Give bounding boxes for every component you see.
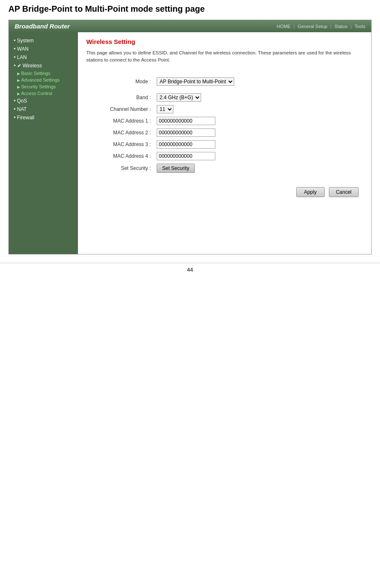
mac3-field-cell xyxy=(153,139,363,150)
sidebar-sub-basic-settings[interactable]: Basic Settings xyxy=(9,70,78,77)
set-security-field-cell: Set Security xyxy=(153,162,363,175)
mac2-label: MAC Address 2 : xyxy=(86,127,153,139)
sidebar: System WAN LAN ✔ Wireless Basic Settings… xyxy=(9,32,78,254)
sidebar-sub-advanced-settings[interactable]: Advanced Settings xyxy=(9,77,78,83)
router-nav: HOME | General Setup | Status | Tools xyxy=(277,24,365,29)
set-security-row: Set Security : Set Security xyxy=(86,162,363,175)
band-select[interactable]: 2.4 GHz (B+G) xyxy=(157,93,201,102)
nav-tools[interactable]: Tools xyxy=(354,24,365,29)
description-text: This page allows you to define ESSID, an… xyxy=(86,49,363,64)
settings-form: Mode : AP Bridge-Point to Multi-Point Ba… xyxy=(86,72,363,175)
nav-sep-1: | xyxy=(294,24,295,29)
router-frame: Broadband Router HOME | General Setup | … xyxy=(8,20,372,254)
mac4-label: MAC Address 4 : xyxy=(86,150,153,162)
channel-label: Channel Number : xyxy=(86,103,153,115)
sidebar-item-firewall[interactable]: Firewall xyxy=(9,113,78,122)
router-body: System WAN LAN ✔ Wireless Basic Settings… xyxy=(9,32,371,254)
sidebar-item-wireless[interactable]: ✔ Wireless xyxy=(9,62,78,70)
mac4-field-cell xyxy=(153,150,363,162)
set-security-button[interactable]: Set Security xyxy=(157,164,195,173)
channel-row: Channel Number : 11 xyxy=(86,103,363,115)
sidebar-item-qos[interactable]: QoS xyxy=(9,97,78,105)
mac3-label: MAC Address 3 : xyxy=(86,139,153,150)
sidebar-sub-security-settings[interactable]: Security Settings xyxy=(9,83,78,90)
nav-sep-2: | xyxy=(330,24,331,29)
section-title: Wireless Setting xyxy=(86,38,363,45)
nav-home[interactable]: HOME xyxy=(277,24,290,29)
sidebar-sub-access-control[interactable]: Access Control xyxy=(9,90,78,97)
mac2-field-cell xyxy=(153,127,363,139)
page-title: AP Bridge-Point to Multi-Point mode sett… xyxy=(0,0,380,16)
button-row: Apply Cancel xyxy=(86,187,363,197)
mac1-label: MAC Address 1 : xyxy=(86,115,153,127)
mode-row: Mode : AP Bridge-Point to Multi-Point xyxy=(86,76,363,87)
channel-field-cell: 11 xyxy=(153,103,363,115)
mac4-row: MAC Address 4 : xyxy=(86,150,363,162)
router-brand: Broadband Router xyxy=(15,23,70,30)
mac1-field-cell xyxy=(153,115,363,127)
sidebar-item-system[interactable]: System xyxy=(9,36,78,45)
mac2-input[interactable] xyxy=(157,128,215,137)
mac4-input[interactable] xyxy=(157,152,215,160)
mac3-row: MAC Address 3 : xyxy=(86,139,363,150)
mode-field-cell: AP Bridge-Point to Multi-Point xyxy=(153,76,363,87)
nav-sep-3: | xyxy=(351,24,352,29)
band-row: Band : 2.4 GHz (B+G) xyxy=(86,92,363,103)
page-number: 44 xyxy=(0,263,380,276)
mac1-input[interactable] xyxy=(157,117,215,125)
sidebar-item-lan[interactable]: LAN xyxy=(9,53,78,62)
mode-select[interactable]: AP Bridge-Point to Multi-Point xyxy=(157,77,234,86)
band-label: Band : xyxy=(86,92,153,103)
band-field-cell: 2.4 GHz (B+G) xyxy=(153,92,363,103)
channel-select[interactable]: 11 xyxy=(157,105,173,113)
nav-status[interactable]: Status xyxy=(334,24,347,29)
router-header: Broadband Router HOME | General Setup | … xyxy=(9,20,371,32)
nav-general-setup[interactable]: General Setup xyxy=(297,24,327,29)
cancel-button[interactable]: Cancel xyxy=(329,187,359,197)
mac3-input[interactable] xyxy=(157,140,215,149)
sidebar-item-wan[interactable]: WAN xyxy=(9,45,78,53)
apply-button[interactable]: Apply xyxy=(296,187,325,197)
mode-label: Mode : xyxy=(86,76,153,87)
content-area: Wireless Setting This page allows you to… xyxy=(78,32,371,254)
mac2-row: MAC Address 2 : xyxy=(86,127,363,139)
mac1-row: MAC Address 1 : xyxy=(86,115,363,127)
sidebar-item-nat[interactable]: NAT xyxy=(9,105,78,113)
set-security-label: Set Security : xyxy=(86,162,153,175)
